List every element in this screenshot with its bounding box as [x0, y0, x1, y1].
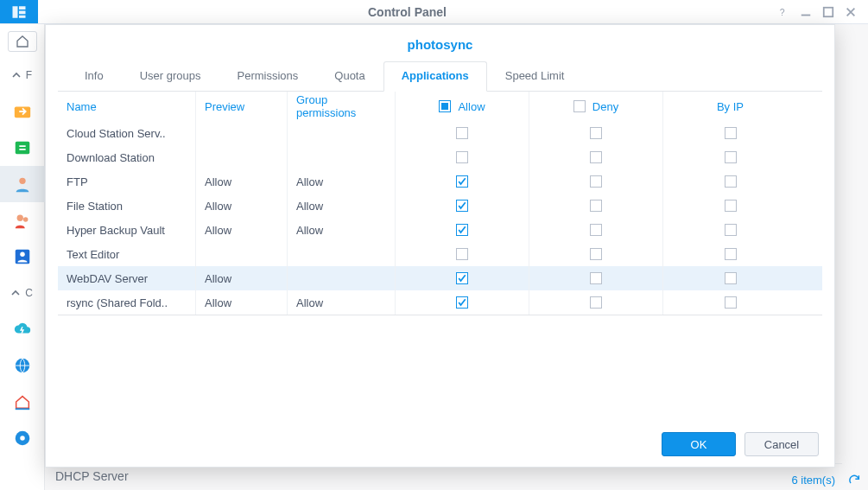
cell-allow [396, 266, 529, 290]
allow-checkbox[interactable] [456, 127, 468, 139]
deny-checkbox[interactable] [590, 200, 602, 212]
allow-checkbox[interactable] [456, 224, 468, 236]
table-header: Name Preview Group permissions Allow Den… [58, 92, 822, 121]
table-row[interactable]: Text Editor [58, 242, 822, 266]
table-row[interactable]: Cloud Station Serv.. [58, 121, 822, 145]
allow-checkbox[interactable] [456, 151, 468, 163]
allow-checkbox[interactable] [456, 200, 468, 212]
tab-speed-limit[interactable]: Speed Limit [487, 61, 583, 92]
table-body: Cloud Station Serv..Download StationFTPA… [58, 121, 822, 315]
allow-checkbox[interactable] [456, 248, 468, 260]
svg-rect-1 [19, 6, 26, 10]
cell-by-ip [663, 266, 797, 290]
cancel-button[interactable]: Cancel [744, 432, 819, 456]
nav-external-access[interactable] [0, 347, 45, 384]
svg-text:?: ? [780, 6, 785, 16]
byip-checkbox[interactable] [725, 248, 737, 260]
cell-group-permissions: Allow [288, 169, 396, 194]
cell-deny [529, 169, 663, 194]
allow-checkbox[interactable] [456, 272, 468, 284]
cell-name: Text Editor [58, 242, 196, 266]
byip-checkbox[interactable] [725, 127, 737, 139]
table-row[interactable]: Hyper Backup VaultAllowAllow [58, 218, 822, 242]
cell-allow [396, 290, 529, 315]
allow-checkbox[interactable] [456, 175, 468, 188]
cell-allow [396, 242, 529, 266]
nav-dhcp[interactable] [0, 420, 45, 456]
tab-quota[interactable]: Quota [316, 61, 383, 92]
cell-preview: Allow [196, 169, 288, 194]
th-allow[interactable]: Allow [396, 92, 529, 121]
tab-permissions[interactable]: Permissions [219, 61, 317, 92]
deny-checkbox[interactable] [590, 127, 602, 139]
dialog-tabs: InfoUser groupsPermissionsQuotaApplicati… [58, 60, 822, 92]
svg-rect-2 [19, 10, 26, 14]
cell-preview [196, 121, 288, 145]
cell-allow [396, 218, 529, 242]
nav-domain[interactable] [0, 239, 45, 275]
svg-rect-8 [15, 142, 29, 155]
deny-checkbox[interactable] [590, 272, 602, 284]
byip-checkbox[interactable] [725, 151, 737, 163]
maximize-icon[interactable] [821, 5, 835, 19]
byip-checkbox[interactable] [725, 224, 737, 236]
table-row[interactable]: Download Station [58, 145, 822, 169]
deny-checkbox[interactable] [590, 151, 602, 163]
cell-group-permissions: Allow [288, 290, 396, 315]
cell-name: FTP [58, 169, 196, 194]
th-name[interactable]: Name [58, 92, 196, 121]
home-button[interactable] [8, 31, 37, 52]
svg-point-9 [19, 178, 25, 184]
cell-preview: Allow [196, 218, 288, 242]
deny-checkbox[interactable] [590, 248, 602, 260]
tab-user-groups[interactable]: User groups [122, 61, 219, 92]
deny-checkbox[interactable] [590, 296, 602, 309]
cell-deny [529, 242, 663, 266]
byip-checkbox[interactable] [725, 200, 737, 212]
tab-applications[interactable]: Applications [383, 61, 487, 92]
minimize-icon[interactable] [799, 5, 813, 19]
section-collapse-connectivity[interactable]: C [0, 275, 45, 311]
table-row[interactable]: File StationAllowAllow [58, 194, 822, 218]
th-preview[interactable]: Preview [196, 92, 288, 121]
deny-checkbox[interactable] [590, 224, 602, 236]
cell-deny [529, 121, 663, 145]
allow-header-indeterminate-icon[interactable] [439, 100, 451, 112]
cell-allow [396, 169, 529, 194]
th-group-permissions[interactable]: Group permissions [288, 92, 396, 121]
tab-info[interactable]: Info [67, 61, 122, 92]
cell-name: File Station [58, 194, 196, 218]
allow-checkbox[interactable] [456, 296, 468, 309]
user-edit-dialog: photosync InfoUser groupsPermissionsQuot… [45, 24, 835, 468]
close-icon[interactable] [844, 5, 858, 19]
chevron-up-icon [12, 71, 21, 80]
cell-by-ip [663, 169, 797, 194]
nav-quickconnect[interactable] [0, 311, 45, 347]
table-row[interactable]: FTPAllowAllow [58, 169, 822, 194]
nav-user[interactable] [0, 166, 45, 202]
deny-checkbox[interactable] [590, 175, 602, 188]
section-collapse-file[interactable]: F [0, 57, 45, 93]
cell-deny [529, 266, 663, 290]
table-row[interactable]: rsync (Shared Fold..AllowAllow [58, 290, 822, 315]
svg-point-17 [20, 436, 25, 441]
chevron-up-icon [11, 289, 20, 297]
byip-checkbox[interactable] [725, 272, 737, 284]
ok-button[interactable]: OK [662, 432, 736, 456]
cell-deny [529, 218, 663, 242]
nav-group[interactable] [0, 202, 45, 239]
nav-network[interactable] [0, 384, 45, 420]
dhcp-icon [13, 429, 32, 448]
left-nav: F C [0, 24, 45, 490]
help-icon[interactable]: ? [776, 5, 790, 19]
cell-by-ip [663, 194, 797, 218]
deny-header-checkbox[interactable] [573, 100, 586, 112]
network-house-icon [13, 392, 32, 411]
th-by-ip[interactable]: By IP [663, 92, 797, 121]
byip-checkbox[interactable] [725, 175, 737, 188]
byip-checkbox[interactable] [725, 296, 737, 309]
th-deny[interactable]: Deny [529, 92, 663, 121]
nav-file-services[interactable] [0, 130, 45, 166]
nav-shared-folder[interactable] [0, 93, 45, 130]
table-row[interactable]: WebDAV ServerAllow [58, 266, 822, 290]
